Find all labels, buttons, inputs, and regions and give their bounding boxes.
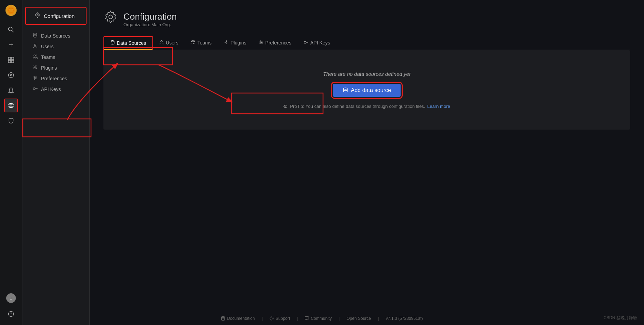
learn-more-link[interactable]: Learn more (427, 104, 450, 109)
svg-point-28 (192, 41, 193, 42)
footer-version: v7.1.3 (5723d951af) (386, 316, 423, 321)
teams-icon (33, 54, 38, 60)
svg-point-22 (36, 78, 37, 79)
footer-documentation-label: Documentation (227, 316, 255, 321)
tab-preferences[interactable]: Preferences (253, 37, 298, 50)
sub-sidebar-item-users[interactable]: Users (22, 41, 89, 52)
svg-rect-4 (8, 57, 11, 60)
svg-point-50 (271, 318, 272, 319)
tab-users[interactable]: Users (153, 37, 185, 50)
sub-sidebar-users-label: Users (41, 44, 54, 49)
grafana-logo[interactable] (4, 3, 18, 17)
svg-point-16 (36, 55, 37, 56)
configuration-icon (35, 12, 40, 19)
svg-rect-7 (11, 60, 14, 63)
footer-support-label: Support (275, 316, 290, 321)
svg-point-14 (34, 44, 36, 46)
sub-sidebar-configuration-label: Configuration (44, 13, 74, 19)
tab-preferences-label: Preferences (265, 40, 291, 45)
footer-support[interactable]: Support (270, 316, 290, 321)
svg-point-23 (34, 79, 35, 80)
footer-open-source-label[interactable]: Open Source (346, 316, 371, 321)
api-keys-icon (33, 86, 38, 92)
tab-teams[interactable]: Teams (184, 37, 218, 50)
page-header: Configuration Organization: Main Org. (103, 10, 630, 28)
tab-data-sources-icon (110, 40, 115, 46)
sidebar-dashboards[interactable] (4, 53, 18, 67)
footer-community-label: Community (311, 316, 332, 321)
preferences-icon (33, 75, 38, 81)
sidebar-alerting[interactable] (4, 83, 18, 97)
sidebar-shield[interactable] (4, 114, 18, 128)
tab-plugins[interactable]: Plugins (218, 37, 253, 50)
users-icon (33, 43, 38, 49)
svg-point-37 (304, 41, 306, 43)
sub-sidebar-api-keys-label: API Keys (41, 87, 61, 92)
sidebar-configuration[interactable] (4, 99, 18, 112)
sub-sidebar-item-teams[interactable]: Teams (22, 52, 89, 62)
svg-point-38 (343, 88, 347, 89)
svg-rect-6 (8, 60, 11, 63)
data-sources-icon (33, 33, 38, 39)
svg-point-17 (34, 67, 36, 68)
protip: ProTip: You can also define data sources… (283, 104, 450, 109)
sub-sidebar: Configuration Data Sources Users (22, 0, 90, 325)
protip-text: ProTip: You can also define data sources… (290, 104, 425, 109)
content-area: There are no data sources defined yet Ad… (103, 50, 630, 130)
svg-point-15 (34, 55, 35, 56)
svg-point-35 (261, 42, 262, 43)
svg-point-9 (10, 105, 12, 106)
svg-point-21 (34, 77, 35, 78)
tab-api-keys-icon (304, 40, 308, 45)
tab-data-sources-label: Data Sources (117, 40, 146, 46)
sub-sidebar-teams-label: Teams (41, 54, 55, 60)
empty-message: There are no data sources defined yet (323, 71, 411, 77)
sidebar-search[interactable] (4, 23, 18, 37)
sub-sidebar-item-api-keys[interactable]: API Keys (22, 84, 89, 94)
footer-documentation[interactable]: Documentation (221, 316, 255, 321)
sub-sidebar-plugins-label: Plugins (41, 65, 57, 71)
page-title: Configuration (123, 11, 177, 22)
page-header-icon (103, 10, 118, 28)
add-data-source-button[interactable]: Add data source (333, 84, 401, 97)
svg-point-36 (260, 43, 261, 44)
tab-teams-label: Teams (197, 40, 211, 45)
sidebar-explore[interactable] (4, 68, 18, 82)
sub-sidebar-item-plugins[interactable]: Plugins (22, 62, 89, 73)
tab-data-sources[interactable]: Data Sources (103, 36, 153, 50)
sub-sidebar-data-sources-label: Data Sources (41, 33, 70, 39)
svg-point-3 (9, 27, 12, 31)
tab-preferences-icon (259, 40, 263, 45)
svg-text:?: ? (10, 312, 12, 316)
sub-sidebar-preferences-label: Preferences (41, 76, 67, 81)
svg-rect-51 (305, 317, 309, 319)
page-subtitle: Organization: Main Org. (123, 22, 177, 27)
svg-point-34 (260, 41, 261, 42)
svg-point-26 (111, 41, 114, 42)
sub-sidebar-item-preferences[interactable]: Preferences (22, 73, 89, 84)
sidebar-add[interactable]: + (4, 38, 18, 52)
avatar[interactable]: U (4, 291, 18, 305)
tab-users-label: Users (166, 40, 179, 45)
sub-sidebar-configuration-title[interactable]: Configuration (29, 10, 82, 22)
sidebar: + U (0, 0, 22, 325)
svg-rect-5 (11, 57, 14, 60)
tab-plugins-label: Plugins (231, 40, 246, 45)
svg-point-49 (270, 317, 273, 320)
footer-branding: CSDN @晚月静语 (603, 315, 637, 321)
tab-api-keys-label: API Keys (310, 40, 330, 45)
sub-sidebar-item-data-sources[interactable]: Data Sources (22, 30, 89, 41)
page-header-text: Configuration Organization: Main Org. (123, 11, 177, 27)
sidebar-help[interactable]: ? (4, 307, 18, 321)
footer-community[interactable]: Community (305, 316, 332, 321)
plugins-icon (33, 65, 38, 71)
main-content: Configuration Organization: Main Org. Da… (90, 0, 644, 325)
svg-point-30 (225, 42, 227, 43)
svg-point-25 (109, 15, 113, 19)
footer: Documentation | Support | Community | Op… (0, 316, 644, 321)
tab-api-keys[interactable]: API Keys (298, 37, 336, 50)
svg-point-27 (161, 41, 162, 42)
tab-teams-icon (191, 40, 195, 45)
tab-plugins-icon (224, 40, 229, 45)
svg-point-12 (37, 14, 38, 16)
